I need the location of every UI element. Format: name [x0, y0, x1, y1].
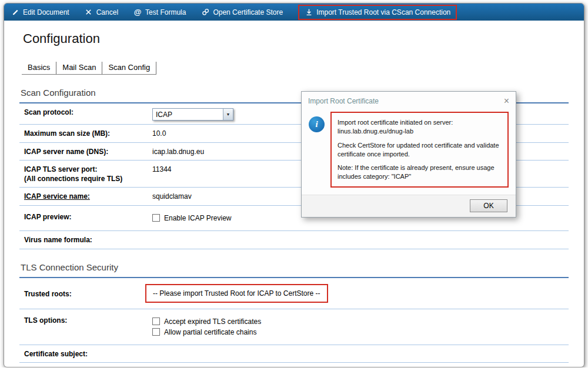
page-title: Configuration: [23, 31, 569, 46]
at-icon: @: [133, 8, 142, 16]
tab-bar: Basics Mail Scan Scan Config: [22, 62, 156, 75]
ok-button[interactable]: OK: [470, 199, 507, 212]
import-trusted-root-button[interactable]: Import Trusted Root via CScan Connection: [305, 8, 450, 16]
tab-mail-scan[interactable]: Mail Scan: [56, 62, 102, 74]
dialog-message-highlight-box: Import root certificate initiated on ser…: [330, 112, 509, 188]
cancel-icon: [85, 8, 93, 16]
toolbar-item-label: Cancel: [96, 8, 118, 16]
field-row-virus-name-formula: Virus name formula:: [19, 231, 569, 249]
field-value: 11344: [152, 164, 171, 173]
action-toolbar: Edit Document Cancel @ Test Formula Open…: [4, 4, 584, 21]
info-icon: i: [309, 116, 325, 132]
field-value: 21: [152, 366, 160, 367]
dialog-titlebar: Import Root Certificate ×: [302, 92, 516, 108]
checkbox-row: Accept expired TLS certificates: [152, 317, 261, 326]
field-label: ICAP server name (DNS):: [24, 146, 152, 157]
field-label-sub: (All connections require TLS): [24, 175, 122, 183]
allow-partial-chains-checkbox[interactable]: [152, 328, 160, 336]
field-label: Virus name formula:: [24, 235, 152, 245]
tab-basics[interactable]: Basics: [22, 62, 56, 74]
field-label-main: ICAP TLS server port:: [24, 165, 97, 173]
dialog-message-line: Import root certificate initiated on ser…: [338, 118, 502, 136]
toolbar-item-label: Edit Document: [23, 8, 69, 16]
dialog-title: Import Root Certificate: [308, 97, 379, 105]
dialog-footer: OK: [302, 195, 516, 217]
field-row-trusted-roots: Trusted roots: -- Please import Trusted …: [19, 278, 569, 309]
toolbar-item-label: Test Formula: [145, 8, 186, 16]
field-row-tls-options: TLS options: Accept expired TLS certific…: [19, 309, 569, 345]
field-label: Certificate subject:: [24, 349, 152, 359]
field-label: Certificate expiration warning period:: [24, 366, 152, 367]
checkbox-row: Enable ICAP Preview: [152, 214, 232, 222]
field-row-cert-expiration: Certificate expiration warning period: 2…: [19, 363, 569, 367]
pencil-icon: [11, 8, 19, 16]
checkbox-label: Enable ICAP Preview: [164, 214, 232, 222]
dropdown-arrow-icon: ▼: [223, 109, 233, 120]
close-icon[interactable]: ×: [504, 96, 509, 106]
checkbox-label: Allow partial certificate chains: [164, 328, 256, 336]
import-download-icon: [305, 8, 313, 16]
field-label-underlined: ICAP service name:: [24, 192, 90, 200]
checkbox-row: Allow partial certificate chains: [152, 328, 261, 336]
field-label: ICAP preview:: [24, 212, 152, 222]
field-value: squidclamav: [152, 191, 192, 200]
field-value: ICAP ▼: [152, 107, 233, 121]
field-label: Maximum scan size (MB):: [24, 128, 152, 139]
toolbar-item-label: Import Trusted Root via CScan Connection: [316, 8, 450, 16]
dialog-body: i Import root certificate initiated on s…: [302, 108, 516, 195]
field-value: icap.lab.dnug.eu: [152, 146, 204, 156]
toolbar-item-label: Open Certificate Store: [213, 8, 283, 16]
dialog-message-line: Check CertStore for updated root certifi…: [338, 141, 502, 159]
field-label: TLS options:: [24, 315, 152, 326]
enable-icap-preview-checkbox[interactable]: [152, 214, 160, 222]
app-window: Edit Document Cancel @ Test Formula Open…: [4, 3, 584, 367]
edit-document-button[interactable]: Edit Document: [11, 8, 69, 16]
dialog-message-line: Note: If the certificate is already pres…: [338, 163, 502, 181]
checkbox-label: Accept expired TLS certificates: [164, 317, 261, 326]
field-value: 10.0: [152, 128, 166, 138]
selected-option: ICAP: [153, 109, 223, 120]
toolbar-highlight-box: Import Trusted Root via CScan Connection: [298, 5, 457, 20]
test-formula-button[interactable]: @ Test Formula: [133, 8, 186, 16]
field-row-certificate-subject: Certificate subject:: [19, 345, 569, 363]
certificate-store-icon: [201, 8, 209, 16]
field-label: ICAP service name:: [24, 191, 152, 202]
tab-scan-config[interactable]: Scan Config: [102, 62, 156, 74]
trusted-roots-message: -- Please import Trusted Root for ICAP t…: [153, 289, 320, 298]
field-label: Scan protocol:: [24, 107, 152, 118]
field-value: -- Please import Trusted Root for ICAP t…: [145, 284, 328, 303]
accept-expired-tls-checkbox[interactable]: [152, 317, 160, 325]
field-label: Trusted roots:: [24, 284, 152, 299]
section-title-tls-connection-security: TLS Connection Security: [19, 262, 569, 278]
field-value: Accept expired TLS certificates Allow pa…: [152, 315, 261, 339]
cancel-button[interactable]: Cancel: [85, 8, 118, 16]
field-value: Enable ICAP Preview: [152, 212, 232, 225]
scan-protocol-select[interactable]: ICAP ▼: [152, 108, 233, 121]
field-label: ICAP TLS server port: (All connections r…: [24, 164, 152, 183]
trusted-roots-highlight-box: -- Please import Trusted Root for ICAP t…: [145, 284, 328, 303]
open-certificate-store-button[interactable]: Open Certificate Store: [201, 8, 283, 16]
import-root-certificate-dialog: Import Root Certificate × i Import root …: [301, 91, 516, 218]
